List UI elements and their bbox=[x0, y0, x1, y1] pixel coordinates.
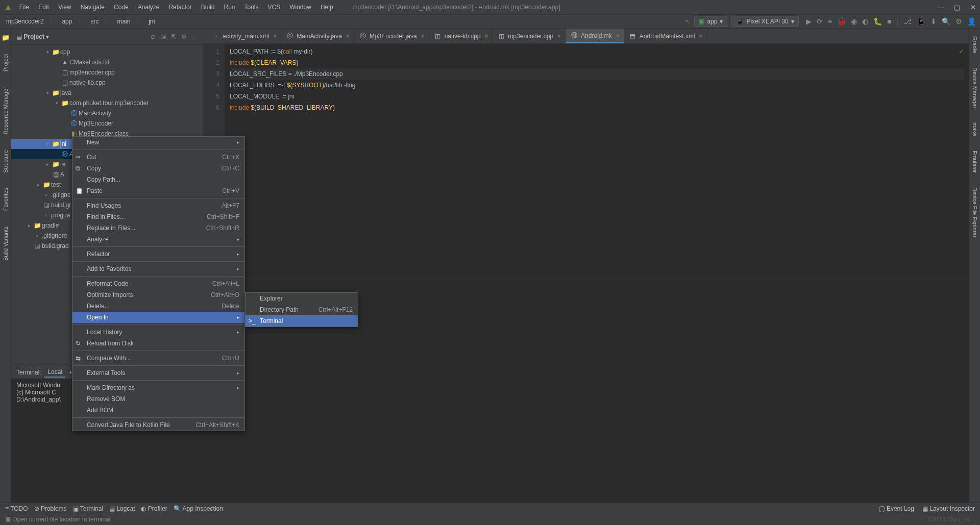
rail-file-explorer[interactable]: Device File Explorer bbox=[971, 185, 979, 240]
submenu-terminal[interactable]: >_Terminal bbox=[246, 315, 358, 327]
menu-optimize-imports[interactable]: Optimize ImportsCtrl+Alt+O bbox=[72, 289, 244, 301]
tab-mp3encoder-java[interactable]: ⒸMp3Encoder.java× bbox=[354, 29, 429, 43]
menu-help[interactable]: Help bbox=[316, 2, 337, 13]
tree-item-cmakelists-txt[interactable]: ▲CMakeLists.txt bbox=[11, 57, 203, 67]
menu-find-usages[interactable]: Find UsagesAlt+F7 bbox=[72, 200, 244, 211]
terminal-add-icon[interactable]: + bbox=[65, 369, 72, 376]
menu-analyze[interactable]: Analyze bbox=[134, 2, 164, 13]
event-log[interactable]: ◯ Event Log bbox=[878, 505, 914, 512]
bottom-tab-terminal[interactable]: ▣ Terminal bbox=[73, 505, 103, 512]
close-icon[interactable]: × bbox=[346, 33, 350, 40]
menu-convert-java-file-to-kotlin-file[interactable]: Convert Java File to Kotlin FileCtrl+Alt… bbox=[72, 419, 244, 431]
menu-replace-in-files-[interactable]: Replace in Files...Ctrl+Shift+R bbox=[72, 222, 244, 234]
tree-item-cpp[interactable]: ▾📁cpp bbox=[11, 47, 203, 57]
menu-add-bom[interactable]: Add BOM bbox=[72, 405, 244, 416]
debug-icon[interactable]: 🐞 bbox=[837, 17, 846, 26]
code-area[interactable]: 123456 LOCAL_PATH := $(call my-dir)inclu… bbox=[203, 44, 969, 279]
project-title[interactable]: Project bbox=[23, 33, 44, 40]
sync-icon[interactable]: ↖ bbox=[685, 18, 690, 25]
tree-item-mainactivity[interactable]: ⒸMainActivity bbox=[11, 108, 203, 118]
menu-tools[interactable]: Tools bbox=[240, 2, 263, 13]
attach-icon[interactable]: 🐛 bbox=[873, 17, 882, 26]
submenu-directory-path[interactable]: Directory PathCtrl+Alt+F12 bbox=[246, 304, 358, 315]
close-icon[interactable]: × bbox=[557, 33, 561, 40]
rail-favorites[interactable]: Favorites bbox=[2, 185, 10, 213]
submenu-explorer[interactable]: Explorer bbox=[246, 293, 358, 304]
device-selector[interactable]: 📱Pixel XL API 30▾ bbox=[731, 16, 798, 27]
gear-icon[interactable]: ⚙ bbox=[181, 33, 187, 40]
tree-item-com-phuket-tour-mp3encoder[interactable]: ▾📁com.phuket.tour.mp3encoder bbox=[11, 98, 203, 108]
context-menu[interactable]: New▸✂CutCtrl+X⧉CopyCtrl+CCopy Path...📋Pa… bbox=[72, 136, 245, 431]
tree-item-mp3encoder[interactable]: ⒸMp3Encoder bbox=[11, 118, 203, 129]
git-icon[interactable]: ⎇ bbox=[903, 17, 912, 26]
menu-analyze[interactable]: Analyze▸ bbox=[72, 234, 244, 245]
chevron-down-icon[interactable]: ▾ bbox=[44, 33, 49, 40]
tab-android-mk[interactable]: ⓂAndroid.mk× bbox=[566, 29, 624, 43]
code-text[interactable]: LOCAL_PATH := $(call my-dir)include $(CL… bbox=[225, 44, 969, 279]
menu-local-history[interactable]: Local History▸ bbox=[72, 327, 244, 338]
menu-window[interactable]: Window bbox=[285, 2, 315, 13]
menu-file[interactable]: File bbox=[15, 2, 33, 13]
menu-navigate[interactable]: Navigate bbox=[77, 2, 109, 13]
menu-delete-[interactable]: Delete...Delete bbox=[72, 301, 244, 312]
bottom-tab-todo[interactable]: ≡ TODO bbox=[5, 505, 28, 512]
avd-icon[interactable]: 📱 bbox=[917, 17, 925, 26]
menu-add-to-favorites[interactable]: Add to Favorites▸ bbox=[72, 263, 244, 274]
coverage-icon[interactable]: ◉ bbox=[851, 17, 857, 26]
hide-icon[interactable]: — bbox=[192, 33, 198, 40]
menu-reformat-code[interactable]: Reformat CodeCtrl+Alt+L bbox=[72, 278, 244, 289]
tree-item-native-lib-cpp[interactable]: ◫native-lib.cpp bbox=[11, 78, 203, 88]
rail-structure[interactable]: Structure bbox=[2, 147, 10, 176]
rail-gradle[interactable]: Gradle bbox=[971, 34, 979, 56]
menu-build[interactable]: Build bbox=[197, 2, 219, 13]
sdk-icon[interactable]: ⬇ bbox=[930, 17, 937, 26]
menu-code[interactable]: Code bbox=[110, 2, 133, 13]
run-icon[interactable]: ▶ bbox=[806, 17, 812, 26]
layout-inspector[interactable]: ▦ Layout Inspector bbox=[922, 505, 975, 512]
menu-compare-with-[interactable]: ⇆Compare With...Ctrl+D bbox=[72, 353, 244, 364]
breadcrumb-item[interactable]: src bbox=[88, 17, 101, 26]
menu-edit[interactable]: Edit bbox=[34, 2, 53, 13]
rail-make[interactable]: make bbox=[971, 120, 979, 139]
menu-open-in[interactable]: Open In▸ bbox=[72, 312, 244, 323]
submenu-open-in[interactable]: ExplorerDirectory PathCtrl+Alt+F12>_Term… bbox=[245, 292, 358, 327]
profiler-icon[interactable]: ◐ bbox=[862, 17, 868, 26]
menu-new[interactable]: New▸ bbox=[72, 137, 244, 148]
menu-find-in-files-[interactable]: Find in Files...Ctrl+Shift+F bbox=[72, 211, 244, 222]
rail-build-variants[interactable]: Build Variants bbox=[2, 224, 10, 263]
minimize-icon[interactable]: — bbox=[937, 4, 944, 11]
menu-run[interactable]: Run bbox=[219, 2, 239, 13]
collapse-icon[interactable]: ⇱ bbox=[171, 33, 176, 40]
breadcrumb-item[interactable]: jni bbox=[146, 17, 157, 26]
menu-paste[interactable]: 📋PasteCtrl+V bbox=[72, 185, 244, 196]
maximize-icon[interactable]: ▢ bbox=[954, 4, 960, 11]
rail-resource-manager[interactable]: Resource Manager bbox=[2, 84, 10, 137]
rail-emulator[interactable]: Emulator bbox=[971, 148, 979, 176]
menu-remove-bom[interactable]: Remove BOM bbox=[72, 393, 244, 405]
menu-vcs[interactable]: VCS bbox=[264, 2, 285, 13]
close-icon[interactable]: × bbox=[699, 33, 703, 40]
tab-mp3encoder-cpp[interactable]: ◫mp3encoder.cpp× bbox=[493, 29, 566, 43]
tab-activity-main-xml[interactable]: ▫activity_main.xml× bbox=[207, 29, 281, 43]
apply-changes-icon[interactable]: ⟳ bbox=[817, 17, 823, 26]
menu-copy[interactable]: ⧉CopyCtrl+C bbox=[72, 163, 244, 174]
breadcrumb-item[interactable]: app bbox=[60, 17, 74, 26]
bottom-tab-app-inspection[interactable]: 🔍 App Inspection bbox=[174, 505, 223, 512]
close-icon[interactable]: ✕ bbox=[970, 4, 976, 11]
expand-icon[interactable]: ⇲ bbox=[161, 33, 166, 40]
account-icon[interactable]: 👤 bbox=[967, 17, 976, 26]
breadcrumb-item[interactable]: main bbox=[115, 17, 132, 26]
close-icon[interactable]: × bbox=[484, 33, 488, 40]
close-icon[interactable]: × bbox=[421, 33, 425, 40]
project-tab-icon[interactable]: 📁 bbox=[2, 34, 10, 41]
close-icon[interactable]: × bbox=[616, 32, 620, 39]
menu-mark-directory-as[interactable]: Mark Directory as▸ bbox=[72, 382, 244, 393]
tab-mainactivity-java[interactable]: ⒸMainActivity.java× bbox=[281, 29, 354, 43]
settings-icon[interactable]: ⚙ bbox=[955, 17, 962, 26]
run-config-selector[interactable]: ▣app▾ bbox=[694, 16, 727, 27]
stop-icon[interactable]: ■ bbox=[887, 17, 891, 26]
breadcrumb-item[interactable]: mp3encoder2 bbox=[4, 17, 45, 26]
menu-cut[interactable]: ✂CutCtrl+X bbox=[72, 152, 244, 163]
breadcrumb[interactable]: mp3encoder2〉 app〉 src〉 main〉 jni bbox=[4, 16, 157, 27]
menu-external-tools[interactable]: External Tools▸ bbox=[72, 367, 244, 379]
